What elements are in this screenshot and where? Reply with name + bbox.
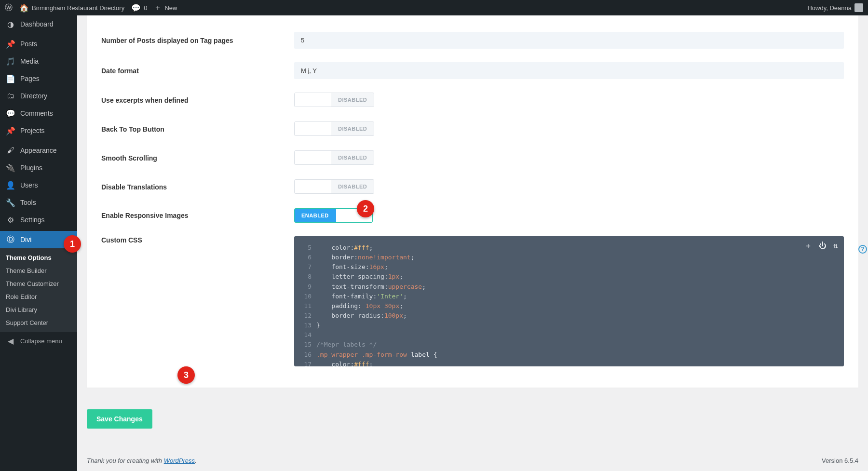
new-link[interactable]: ＋New bbox=[154, 3, 177, 13]
date-format-input[interactable] bbox=[294, 62, 844, 79]
option-label: Disable Translations bbox=[101, 183, 294, 191]
option-label: Date format bbox=[101, 67, 294, 75]
annotation-badge-2: 2 bbox=[357, 200, 374, 217]
code-toolbar: ＋ ⏻ ⇅ bbox=[804, 240, 838, 252]
sort-icon[interactable]: ⇅ bbox=[833, 240, 838, 252]
excerpts-toggle[interactable]: DISABLED bbox=[294, 93, 374, 107]
option-excerpts: Use excerpts when defined DISABLED bbox=[101, 86, 844, 115]
option-label: Enable Responsive Images bbox=[101, 212, 294, 219]
comment-icon: 💬 bbox=[131, 3, 141, 13]
avatar bbox=[854, 3, 863, 12]
sidebar-item-tools[interactable]: 🔧Tools bbox=[0, 194, 77, 211]
options-panel: Number of Posts displayed on Tag pages D… bbox=[87, 15, 858, 388]
submenu-theme-builder[interactable]: Theme Builder bbox=[0, 264, 77, 277]
wordpress-link[interactable]: WordPress bbox=[164, 457, 195, 464]
sidebar-item-directory[interactable]: 🗂Directory bbox=[0, 87, 77, 105]
footer-version: Version 6.5.4 bbox=[822, 457, 858, 464]
collapse-icon: ◀ bbox=[6, 336, 15, 346]
submenu-theme-customizer[interactable]: Theme Customizer bbox=[0, 277, 77, 290]
pin-icon: 📌 bbox=[6, 39, 15, 49]
option-smooth-scroll: Smooth Scrolling DISABLED bbox=[101, 144, 844, 173]
option-custom-css: Custom CSS ＋ ⏻ ⇅ 5 color:#fff;6 border:n… bbox=[101, 229, 844, 373]
tag-posts-input[interactable] bbox=[294, 32, 844, 49]
option-responsive-images: Enable Responsive Images ENABLED bbox=[101, 202, 844, 229]
wrench-icon: 🔧 bbox=[6, 198, 15, 207]
sidebar-item-dashboard[interactable]: ◑Dashboard bbox=[0, 15, 77, 33]
wp-logo[interactable]: ⓦ bbox=[5, 3, 13, 13]
option-label: Custom CSS bbox=[101, 236, 294, 244]
help-icon[interactable]: ? bbox=[858, 245, 867, 254]
disable-translations-toggle[interactable]: DISABLED bbox=[294, 179, 374, 194]
option-disable-translations: Disable Translations DISABLED bbox=[101, 173, 844, 202]
main-content: Number of Posts displayed on Tag pages D… bbox=[77, 15, 868, 471]
media-icon: 🎵 bbox=[6, 56, 15, 66]
site-name-link[interactable]: 🏠Birmingham Restaurant Directory bbox=[19, 3, 124, 13]
brush-icon: 🖌 bbox=[6, 146, 15, 155]
collapse-menu[interactable]: ◀Collapse menu bbox=[0, 332, 77, 350]
admin-bar: ⓦ 🏠Birmingham Restaurant Directory 💬0 ＋N… bbox=[0, 0, 868, 15]
back-to-top-toggle[interactable]: DISABLED bbox=[294, 121, 374, 136]
add-icon[interactable]: ＋ bbox=[804, 240, 812, 252]
option-label: Smooth Scrolling bbox=[101, 154, 294, 162]
home-icon: 🏠 bbox=[19, 3, 29, 13]
sidebar-item-pages[interactable]: 📄Pages bbox=[0, 70, 77, 87]
sidebar-item-plugins[interactable]: 🔌Plugins bbox=[0, 159, 77, 176]
option-date-format: Date format bbox=[101, 55, 844, 86]
pin-icon: 📌 bbox=[6, 126, 15, 135]
divi-icon: Ⓓ bbox=[6, 235, 15, 244]
plug-icon: 🔌 bbox=[6, 163, 15, 173]
sidebar-item-media[interactable]: 🎵Media bbox=[0, 53, 77, 70]
divi-submenu: Theme Options Theme Builder Theme Custom… bbox=[0, 248, 77, 332]
annotation-badge-1: 1 bbox=[64, 235, 81, 253]
comments-link[interactable]: 💬0 bbox=[131, 3, 147, 13]
annotation-badge-3: 3 bbox=[177, 366, 195, 384]
directory-icon: 🗂 bbox=[6, 91, 15, 101]
sidebar-item-appearance[interactable]: 🖌Appearance bbox=[0, 142, 77, 159]
page-icon: 📄 bbox=[6, 74, 15, 83]
submenu-role-editor[interactable]: Role Editor bbox=[0, 290, 77, 303]
sidebar-item-users[interactable]: 👤Users bbox=[0, 176, 77, 194]
sidebar-item-posts[interactable]: 📌Posts bbox=[0, 35, 77, 53]
howdy-link[interactable]: Howdy, Deanna bbox=[807, 3, 863, 12]
save-changes-button[interactable]: Save Changes bbox=[87, 409, 152, 429]
option-back-to-top: Back To Top Button DISABLED bbox=[101, 115, 844, 144]
smooth-scroll-toggle[interactable]: DISABLED bbox=[294, 150, 374, 165]
option-label: Number of Posts displayed on Tag pages bbox=[101, 37, 294, 44]
plus-icon: ＋ bbox=[154, 3, 162, 13]
footer-thankyou: Thank you for creating with WordPress. bbox=[87, 457, 197, 464]
gear-icon: ⚙ bbox=[6, 215, 15, 225]
dashboard-icon: ◑ bbox=[6, 19, 15, 29]
sidebar-item-settings[interactable]: ⚙Settings bbox=[0, 211, 77, 229]
user-icon: 👤 bbox=[6, 180, 15, 190]
submenu-support-center[interactable]: Support Center bbox=[0, 316, 77, 329]
submenu-theme-options[interactable]: Theme Options bbox=[0, 251, 77, 264]
submenu-divi-library[interactable]: Divi Library bbox=[0, 303, 77, 316]
comment-icon: 💬 bbox=[6, 108, 15, 118]
option-tag-posts: Number of Posts displayed on Tag pages bbox=[101, 25, 844, 55]
option-label: Back To Top Button bbox=[101, 125, 294, 133]
sidebar-item-comments[interactable]: 💬Comments bbox=[0, 105, 77, 122]
power-icon[interactable]: ⏻ bbox=[819, 240, 827, 252]
option-label: Use excerpts when defined bbox=[101, 96, 294, 104]
footer: Thank you for creating with WordPress. V… bbox=[77, 450, 868, 471]
sidebar-item-projects[interactable]: 📌Projects bbox=[0, 122, 77, 139]
custom-css-editor[interactable]: ＋ ⏻ ⇅ 5 color:#fff;6 border:none!importa… bbox=[294, 236, 844, 366]
